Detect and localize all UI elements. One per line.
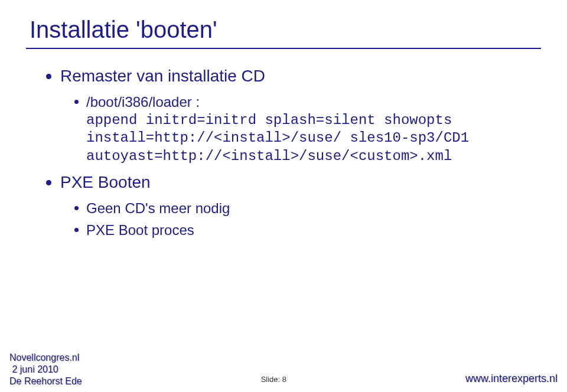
footer-slide-number: Slide: 8 xyxy=(261,375,286,387)
footer-url: www.interexperts.nl xyxy=(465,373,558,387)
bullet-remaster: Remaster van installatie CD /boot/i386/l… xyxy=(44,66,541,166)
code-block: append initrd=initrd splash=silent showo… xyxy=(86,112,541,166)
footer-conference: Novellcongres.nl xyxy=(9,352,82,364)
bullet-list: Remaster van installatie CD /boot/i386/l… xyxy=(44,66,541,240)
bullet-pxe: PXE Booten Geen CD's meer nodig PXE Boot… xyxy=(44,172,541,240)
footer-date: 2 juni 2010 xyxy=(9,364,82,375)
page-title: Installatie 'booten' xyxy=(30,17,541,43)
sub-list: Geen CD's meer nodig PXE Boot proces xyxy=(73,199,541,239)
footer-date-text: 2 juni 2010 xyxy=(12,364,58,374)
code-line: autoyast=http://<install>/suse/<custom>.… xyxy=(86,148,452,164)
code-line: append initrd=initrd splash=silent showo… xyxy=(86,112,452,128)
sub-label: /boot/i386/loader : xyxy=(86,94,200,110)
sub-loader-path: /boot/i386/loader : append initrd=initrd… xyxy=(73,93,541,165)
title-rule xyxy=(26,48,541,49)
code-line: install=http://<install>/suse/ sles10-sp… xyxy=(86,130,469,146)
footer: Novellcongres.nl 2 juni 2010 De Reehorst… xyxy=(0,351,567,392)
sub-no-cds: Geen CD's meer nodig xyxy=(73,199,541,217)
slide: Installatie 'booten' Remaster van instal… xyxy=(0,0,567,392)
footer-left: Novellcongres.nl 2 juni 2010 De Reehorst… xyxy=(9,352,82,387)
sub-pxe-process: PXE Boot proces xyxy=(73,221,541,239)
bullet-label: Remaster van installatie CD xyxy=(60,67,265,85)
bullet-label: PXE Booten xyxy=(60,173,151,191)
sub-list: /boot/i386/loader : append initrd=initrd… xyxy=(73,93,541,165)
footer-venue: De Reehorst Ede xyxy=(9,375,82,387)
